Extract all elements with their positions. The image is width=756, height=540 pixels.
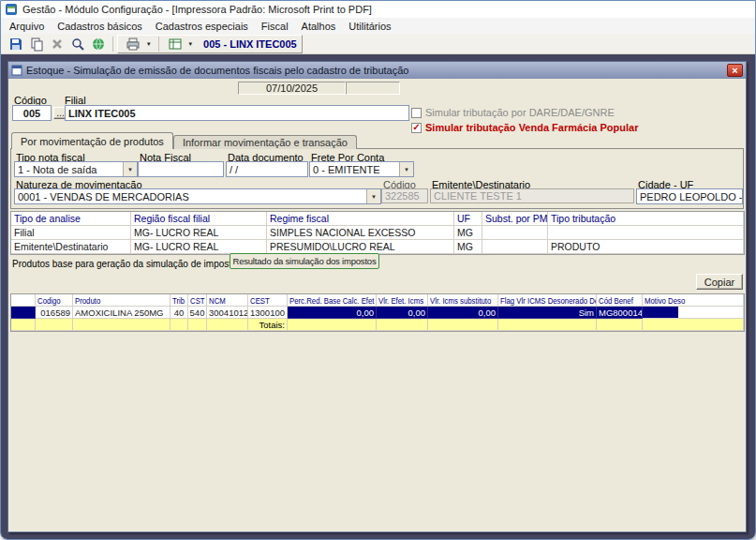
check-icon: ✓	[412, 123, 420, 132]
totals-label: Totais:	[248, 319, 288, 331]
delete-button[interactable]	[47, 35, 67, 53]
header-text: NCM	[209, 295, 226, 306]
cell: 0,00	[288, 307, 377, 319]
column-header	[11, 294, 36, 307]
globe-button[interactable]	[88, 35, 109, 53]
save-button[interactable]	[6, 35, 26, 53]
nota-fiscal-input[interactable]	[138, 161, 224, 177]
copiar-button[interactable]: Copiar	[696, 274, 743, 290]
tipo-nota-select[interactable]: 1 - Nota de saída ▼	[14, 161, 138, 177]
menu-utilitarios[interactable]: Utilitários	[342, 20, 397, 33]
table-button[interactable]	[165, 35, 185, 53]
tab-informar-movimentacao[interactable]: Informar movimentação e transação	[173, 135, 357, 149]
cidade-value: PEDRO LEOPOLDO - MG	[640, 191, 743, 202]
dialog-titlebar[interactable]: Estoque - Simulação de emissão de docume…	[8, 62, 746, 79]
cell: 540	[188, 307, 207, 319]
column-header: Tipo tributação	[548, 212, 744, 226]
cell: SIMPLES NACIONAL EXCESSO	[267, 226, 454, 240]
dialog-body: 07/10/2025 Código Filial 005 ... LINX IT…	[8, 79, 746, 532]
printer-dropdown-icon[interactable]: ▾	[145, 40, 153, 48]
menu-cadastros-especiais[interactable]: Cadastros especiais	[149, 20, 255, 33]
close-button[interactable]: ×	[727, 64, 743, 77]
menu-atalhos[interactable]: Atalhos	[295, 20, 343, 33]
codigo2-input: 322585	[381, 188, 428, 203]
column-header: Cód Benef	[597, 294, 643, 307]
search-icon	[70, 37, 85, 52]
globe-icon	[91, 37, 106, 52]
checkbox-farmacia-label: Simular tributação Venda Farmácia Popula…	[425, 122, 638, 133]
table-row[interactable]: Emitente\Destinatario MG- LUCRO REAL PRE…	[11, 240, 744, 254]
search-button[interactable]	[67, 35, 88, 53]
frete-select[interactable]: 0 - EMITENTE ▼	[309, 161, 414, 177]
checkbox-dare-label: Simular tributação por DARE/DAE/GNRE	[425, 107, 615, 118]
data-documento-input[interactable]: / /	[226, 161, 308, 177]
column-header: Produto	[73, 294, 170, 307]
header-text: CEST	[250, 295, 270, 306]
column-header: NCM	[207, 294, 248, 307]
checkbox-dare[interactable]: Simular tributação por DARE/DAE/GNRE	[411, 107, 615, 118]
filial-input[interactable]: LINX ITEC005	[65, 105, 409, 121]
tab-label: Informar movimentação e transação	[183, 137, 348, 148]
menu-cadastros-basicos[interactable]: Cadastros básicos	[51, 20, 149, 33]
table-dropdown-icon[interactable]: ▾	[187, 40, 195, 48]
cell: 30041012	[207, 307, 248, 319]
cell	[188, 319, 207, 331]
mdi-area: Estoque - Simulação de emissão de docume…	[1, 54, 755, 539]
cell: 40	[170, 307, 188, 319]
filial-value: LINX ITEC005	[68, 108, 136, 119]
table-row[interactable]: 016589 AMOXICILINA 250MG 40 540 30041012…	[11, 307, 744, 319]
cell	[11, 319, 36, 331]
header-text: CST	[190, 295, 205, 306]
totals-row: Totais:	[11, 319, 744, 331]
copy-icon	[29, 37, 44, 52]
tab-strip: Por movimentação de produtos Informar mo…	[11, 132, 357, 149]
date-value: 07/10/2025	[266, 82, 318, 94]
column-header: Vlr. Icms substituto	[428, 294, 498, 307]
column-header: CEST	[248, 294, 288, 307]
emitente-value: CLIENTE TESTE 1	[434, 190, 522, 202]
chevron-down-icon[interactable]: ▼	[366, 189, 380, 203]
delete-icon	[50, 37, 65, 52]
window-title: Gestão - Módulo Configuração - [Impresso…	[22, 4, 372, 15]
ellipsis-label: ...	[56, 108, 64, 118]
main-titlebar: Gestão - Módulo Configuração - [Impresso…	[1, 1, 755, 18]
cell: Sim	[498, 307, 597, 319]
copy-button[interactable]	[26, 35, 47, 53]
column-header: Perc.Red. Base Calc. Efet	[288, 294, 377, 307]
checkbox-farmacia[interactable]: ✓ Simular tributação Venda Farmácia Popu…	[411, 122, 638, 133]
cell	[482, 240, 548, 254]
column-header: Vlr. Efet. Icms	[377, 294, 428, 307]
copiar-label: Copiar	[704, 277, 734, 288]
analysis-grid-header: Tipo de analise Região fiscal filial Reg…	[11, 212, 744, 226]
cell: 0,00	[428, 307, 498, 319]
natureza-select[interactable]: 0001 - VENDAS DE MERCADORIAS ▼	[14, 188, 381, 204]
frete-value: 0 - EMITENTE	[310, 163, 399, 176]
checkbox-dare-box[interactable]	[411, 108, 422, 118]
table-row[interactable]: Filial MG- LUCRO REAL SIMPLES NACIONAL E…	[11, 226, 744, 240]
cell: MG	[454, 240, 482, 254]
chevron-down-icon[interactable]: ▼	[399, 162, 413, 176]
products-grid: Codigo Produto Trib CST NCM CEST Perc.Re…	[10, 293, 745, 332]
cell	[377, 319, 428, 331]
chevron-down-icon[interactable]: ▼	[123, 162, 137, 176]
row-selector[interactable]	[11, 307, 36, 319]
cidade-input[interactable]: PEDRO LEOPOLDO - MG	[636, 188, 743, 204]
cell: MG800014	[597, 307, 643, 319]
result-simulation-button[interactable]: Resultado da simulação dos impostos	[230, 253, 379, 269]
dialog-title: Estoque - Simulação de emissão de docume…	[26, 65, 408, 76]
menubar: Arquivo Cadastros básicos Cadastros espe…	[1, 18, 755, 34]
cell	[428, 319, 498, 331]
checkbox-farmacia-box[interactable]: ✓	[411, 123, 422, 133]
codigo-input[interactable]: 005	[12, 105, 52, 121]
tab-por-movimentacao[interactable]: Por movimentação de produtos	[11, 132, 173, 149]
table-icon	[168, 37, 183, 52]
printer-button[interactable]	[123, 35, 143, 53]
cell: MG- LUCRO REAL	[131, 240, 267, 254]
date-display-secondary	[346, 82, 400, 95]
column-header: Trib	[170, 294, 188, 307]
menu-fiscal[interactable]: Fiscal	[255, 20, 295, 33]
cell: AMOXICILINA 250MG	[73, 307, 170, 319]
cell	[207, 319, 248, 331]
toolbar: ▾ ▾ 005 - LINX ITEC005	[1, 34, 755, 54]
menu-arquivo[interactable]: Arquivo	[3, 20, 51, 33]
